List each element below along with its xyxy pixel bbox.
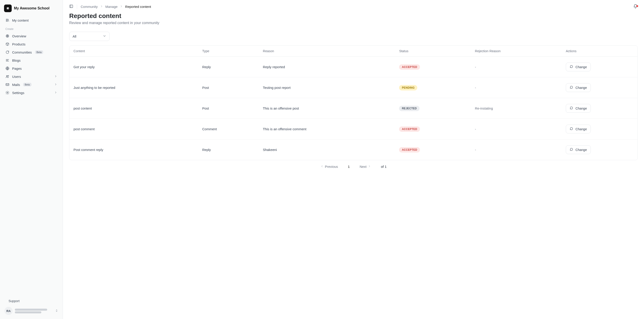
change-button[interactable]: Change — [566, 125, 591, 133]
sidebar-item-label: Blogs — [12, 59, 21, 62]
topbar: Community Manage Reported content — [69, 4, 638, 12]
sidebar-item-label: Overview — [12, 34, 26, 38]
td-actions: Change — [562, 139, 638, 160]
change-button[interactable]: Change — [566, 83, 591, 92]
svg-point-3 — [7, 36, 8, 36]
td-rejection: - — [471, 121, 562, 137]
breadcrumb-link[interactable]: Community — [81, 5, 98, 9]
brand-row[interactable]: My Awesome School — [2, 3, 60, 16]
sidebar-item-support[interactable]: Support — [3, 297, 60, 304]
filter-row: All — [69, 32, 638, 41]
pagination-previous[interactable]: Previous — [320, 165, 338, 168]
th-status: Status — [395, 46, 471, 57]
table-header: Content Type Reason Status Rejection Rea… — [70, 46, 638, 57]
td-content: Post comment reply — [70, 142, 198, 157]
td-rejection: - — [471, 59, 562, 75]
sidebar-item-settings[interactable]: Settings — [2, 89, 60, 97]
topbar-right — [633, 4, 638, 9]
td-reason: Testing post report — [259, 80, 395, 95]
library-icon — [6, 18, 10, 22]
svg-rect-11 — [70, 5, 73, 8]
user-menu[interactable]: RA — [3, 304, 60, 316]
td-actions: Change — [562, 77, 638, 98]
sidebar-item-users[interactable]: Users — [2, 73, 60, 81]
sidebar-item-pages[interactable]: Pages — [2, 64, 60, 73]
change-button[interactable]: Change — [566, 145, 591, 154]
sidebar-item-overview[interactable]: Overview — [2, 32, 60, 40]
page-title: Reported content — [69, 12, 638, 20]
change-label: Change — [576, 148, 587, 152]
th-actions: Actions — [562, 46, 638, 57]
table-row: Just anything to be reportedPostTesting … — [70, 77, 638, 98]
change-label: Change — [576, 127, 587, 131]
chevron-right-icon — [54, 75, 57, 79]
td-status: ACCEPTED — [395, 121, 471, 138]
status-badge: ACCEPTED — [399, 147, 420, 153]
avatar: RA — [4, 307, 12, 315]
svg-rect-0 — [7, 8, 9, 9]
pagination: Previous 1 Next of 1 — [69, 160, 638, 169]
sidebar-item-label: Pages — [12, 67, 22, 70]
chat-icon — [6, 50, 10, 54]
svg-rect-7 — [6, 84, 9, 86]
sidebar-item-label: Products — [12, 42, 26, 46]
td-rejection: Re-instating — [471, 101, 562, 116]
pagination-next[interactable]: Next — [360, 165, 371, 168]
svg-point-6 — [8, 75, 9, 76]
sidebar-item-my-content[interactable]: My content — [2, 16, 60, 24]
pagination-next-label: Next — [360, 165, 366, 168]
chevron-down-icon — [103, 34, 106, 39]
svg-point-5 — [6, 76, 8, 77]
rotate-icon — [570, 86, 573, 90]
globe-icon — [6, 66, 10, 70]
svg-point-1 — [6, 35, 9, 37]
table-row: post commentCommentThis is an offensive … — [70, 119, 638, 139]
td-actions: Change — [562, 119, 638, 139]
pagination-total: of 1 — [381, 165, 386, 168]
td-rejection: - — [471, 80, 562, 95]
sidebar-item-label: Support — [8, 299, 20, 303]
td-type: Reply — [198, 59, 259, 75]
change-label: Change — [576, 65, 587, 69]
change-button[interactable]: Change — [566, 63, 591, 71]
chevron-right-icon — [54, 91, 57, 95]
table-row: post contentPostThis is an offensive pos… — [70, 98, 638, 119]
change-label: Change — [576, 86, 587, 90]
td-type: Reply — [198, 142, 259, 157]
status-filter-select[interactable]: All — [69, 32, 110, 41]
redacted-line — [15, 311, 41, 313]
chevron-left-icon — [320, 165, 324, 168]
sidebar-item-label: My content — [12, 19, 28, 22]
sidebar-item-products[interactable]: Products — [2, 40, 60, 48]
sidebar-item-mails[interactable]: Mails Beta — [2, 81, 60, 89]
sidebar-section-label: Create — [2, 24, 60, 32]
td-status: REJECTED — [395, 100, 471, 117]
td-reason: Shakeeni — [259, 142, 395, 157]
panel-toggle-button[interactable] — [69, 4, 73, 9]
redacted-line — [15, 309, 47, 311]
sidebar-item-blogs[interactable]: Blogs — [2, 56, 60, 64]
td-reason: Reply reported — [259, 59, 395, 75]
status-badge: ACCEPTED — [399, 126, 420, 132]
td-status: ACCEPTED — [395, 141, 471, 158]
user-meta — [15, 308, 53, 314]
change-button[interactable]: Change — [566, 104, 591, 113]
status-badge: REJECTED — [399, 106, 419, 111]
td-type: Comment — [198, 121, 259, 137]
notifications-button[interactable] — [633, 6, 638, 9]
th-type: Type — [198, 46, 259, 57]
rotate-icon — [570, 127, 573, 131]
breadcrumb-link[interactable]: Manage — [106, 5, 118, 9]
sidebar-item-communities[interactable]: Communities Beta — [2, 48, 60, 56]
mail-icon — [6, 83, 10, 87]
td-status: PENDING — [395, 79, 471, 96]
td-reason: This is an offensive post — [259, 101, 395, 116]
td-content: post comment — [70, 121, 198, 137]
rotate-icon — [570, 148, 573, 152]
table-row: Got your replyReplyReply reportedACCEPTE… — [70, 57, 638, 77]
reports-table: Content Type Reason Status Rejection Rea… — [69, 46, 638, 160]
rotate-icon — [570, 106, 573, 110]
td-content: Got your reply — [70, 59, 198, 75]
sidebar: My Awesome School My content Create Over… — [0, 0, 63, 319]
beta-badge: Beta — [35, 50, 43, 54]
